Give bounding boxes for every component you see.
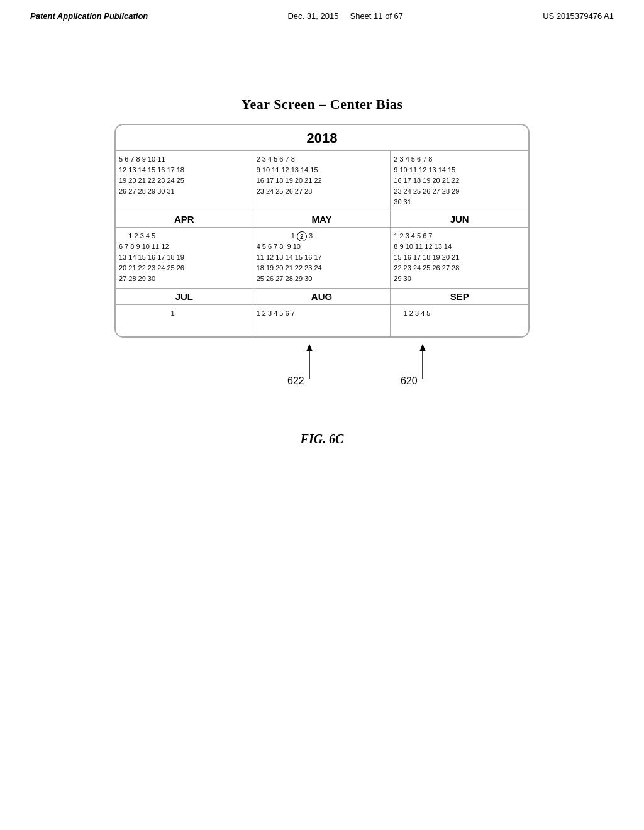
year-display: 2018	[116, 125, 528, 151]
apr-may-jun-row: 1 2 3 4 5 6 7 8 9 10 11 12 13 14 15 16 1…	[116, 228, 528, 288]
aug-body: 1 2 3 4 5 6 7	[256, 307, 388, 320]
top-row-months: 5 6 7 8 9 10 11 12 13 14 15 16 17 18 19 …	[116, 151, 528, 211]
svg-marker-3	[419, 344, 426, 351]
month-apr: 1 2 3 4 5 6 7 8 9 10 11 12 13 14 15 16 1…	[116, 228, 253, 288]
month-aug: 1 2 3 4 5 6 7	[253, 305, 391, 336]
jul-aug-sep-header: JUL AUG SEP	[116, 289, 528, 305]
month-mar-body: 2 3 4 5 6 7 8 9 10 11 12 13 14 15 16 17 …	[393, 153, 526, 209]
label-620: 620	[401, 375, 418, 387]
svg-marker-1	[306, 344, 313, 351]
apr-body: 1 2 3 4 5 6 7 8 9 10 11 12 13 14 15 16 1…	[118, 230, 250, 285]
label-622: 622	[287, 375, 304, 387]
month-mar: 2 3 4 5 6 7 8 9 10 11 12 13 14 15 16 17 …	[391, 151, 528, 211]
arrows-svg	[114, 338, 530, 394]
header-date: Dec. 31, 2015	[287, 11, 338, 21]
header-left: Patent Application Publication	[30, 11, 148, 21]
month-jan-body: 5 6 7 8 9 10 11 12 13 14 15 16 17 18 19 …	[118, 153, 250, 198]
may-header: MAY	[253, 211, 391, 227]
month-sep: 1 2 3 4 5	[391, 305, 528, 336]
header-center: Dec. 31, 2015 Sheet 11 of 67	[287, 11, 403, 21]
month-may: 1 2 3 4 5 6 7 8 9 10 11 12 13 14 15 16 1…	[253, 228, 391, 288]
month-jun: 1 2 3 4 5 6 7 8 9 10 11 12 13 14 15 16 1…	[391, 228, 528, 288]
jul-body: 1	[118, 307, 250, 320]
aug-header: AUG	[253, 289, 391, 304]
apr-header: APR	[116, 211, 253, 227]
header-right: US 2015379476 A1	[543, 11, 614, 21]
page-header: Patent Application Publication Dec. 31, …	[0, 0, 644, 21]
circled-2: 2	[297, 231, 307, 241]
month-jan: 5 6 7 8 9 10 11 12 13 14 15 16 17 18 19 …	[116, 151, 253, 211]
sep-body: 1 2 3 4 5	[393, 307, 526, 320]
main-content: Year Screen – Center Bias 2018 5 6 7 8 9…	[0, 21, 644, 446]
jun-body: 1 2 3 4 5 6 7 8 9 10 11 12 13 14 15 16 1…	[393, 230, 526, 285]
header-sheet: Sheet 11 of 67	[350, 11, 403, 21]
jul-header: JUL	[116, 289, 253, 304]
page-title: Year Screen – Center Bias	[242, 96, 403, 113]
annotation-area: 622 620	[114, 338, 530, 394]
month-feb: 2 3 4 5 6 7 8 9 10 11 12 13 14 15 16 17 …	[253, 151, 391, 211]
figure-label: FIG. 6C	[301, 432, 344, 446]
may-body: 1 2 3 4 5 6 7 8 9 10 11 12 13 14 15 16 1…	[256, 230, 388, 285]
calendar: 2018 5 6 7 8 9 10 11 12 13 14 15 16 17 1…	[114, 124, 530, 338]
sep-header: SEP	[391, 289, 528, 304]
jun-header: JUN	[391, 211, 528, 227]
jul-aug-sep-row: 1 1 2 3 4 5 6 7 1 2 3 4 5	[116, 305, 528, 336]
month-feb-body: 2 3 4 5 6 7 8 9 10 11 12 13 14 15 16 17 …	[256, 153, 388, 198]
month-jul: 1	[116, 305, 253, 336]
apr-may-jun-header: APR MAY JUN	[116, 211, 528, 228]
